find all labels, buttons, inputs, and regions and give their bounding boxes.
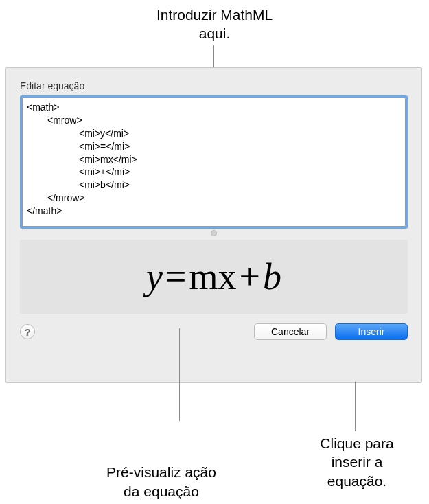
cancel-button-label: Cancelar (271, 326, 310, 337)
eq-op-plus: + (236, 256, 262, 297)
equation-editor-dialog: Editar equação <math> <mrow><mi>y</mi><m… (5, 67, 422, 383)
eq-op-equals: = (163, 256, 189, 297)
help-button[interactable]: ? (20, 324, 35, 339)
insert-button-label: Inserir (358, 326, 385, 337)
eq-var-y: y (146, 256, 163, 297)
dialog-button-row: ? Cancelar Inserir (20, 323, 408, 340)
callout-insert: Clique para inserir a equação. (305, 434, 408, 490)
callout-intro-mathml: Introduzir MathML aqui. (146, 5, 283, 43)
dialog-title: Editar equação (20, 80, 408, 91)
help-icon: ? (24, 326, 30, 338)
eq-var-b: b (263, 256, 281, 297)
callout-line-preview (179, 328, 180, 421)
mathml-input[interactable]: <math> <mrow><mi>y</mi><mi>=</mi><mi>mx<… (22, 98, 406, 227)
equation-preview: y=mx+b (20, 240, 408, 314)
eq-var-mx: mx (189, 256, 236, 297)
mathml-input-wrapper: <math> <mrow><mi>y</mi><mi>=</mi><mi>mx<… (20, 95, 408, 229)
callout-line-insert (355, 382, 356, 431)
cancel-button[interactable]: Cancelar (254, 323, 327, 340)
equation-render: y=mx+b (146, 255, 281, 298)
resize-dot-icon (211, 230, 217, 236)
callout-preview: Pré-visualiz ação da equação (106, 463, 216, 501)
insert-button[interactable]: Inserir (335, 323, 408, 340)
resize-handle[interactable] (207, 230, 221, 236)
